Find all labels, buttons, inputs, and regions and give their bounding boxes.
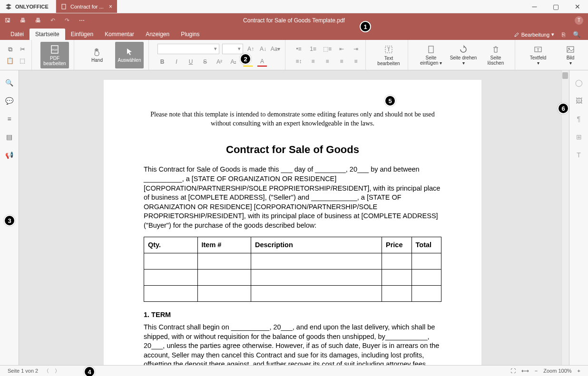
comments-icon[interactable]: 💬 — [5, 96, 14, 106]
search-icon[interactable]: 🔍 — [573, 31, 580, 38]
underline-icon[interactable]: U — [186, 57, 196, 67]
prev-page-button[interactable]: 〈 — [41, 367, 52, 375]
right-sidebar: ◯ 🖼 ¶ ⊞ T — [569, 70, 588, 365]
vertical-scrollbar[interactable] — [561, 70, 569, 365]
th-desc: Description — [251, 237, 382, 253]
select-all-icon[interactable]: ⬚ — [18, 57, 27, 65]
bullets-icon[interactable]: •≡ — [294, 44, 304, 54]
font-name-select[interactable]: ▾ — [157, 44, 219, 54]
copy-icon[interactable]: ⧉ — [6, 45, 14, 54]
align-right-icon[interactable]: ≡ — [337, 57, 346, 66]
hand-tool-button[interactable]: Hand — [83, 42, 111, 68]
document-tab[interactable]: Contract for ... × — [56, 0, 117, 13]
paste-icon[interactable]: 📋 — [6, 57, 14, 65]
page-indicator[interactable]: Seite 1 von 2 — [5, 368, 41, 374]
zoom-out-button[interactable]: − — [532, 368, 540, 374]
ribbon: ⧉ 📋 ✂ ⬚ PDF PDF bearbeiten Hand Auswähle… — [0, 40, 588, 70]
user-avatar[interactable]: T — [575, 16, 583, 25]
edit-mode-dropdown[interactable]: Bearbeitung ▾ — [514, 31, 554, 38]
close-tab-icon[interactable]: × — [109, 3, 112, 10]
italic-icon[interactable]: I — [172, 57, 181, 67]
tab-datei[interactable]: Datei — [5, 29, 29, 40]
maximize-button[interactable]: ▢ — [545, 0, 567, 13]
superscript-icon[interactable]: A² — [215, 57, 224, 67]
table-row — [144, 253, 441, 270]
delete-page-button[interactable]: Seite löschen — [481, 42, 510, 68]
insert-page-label: Seite einfügen ▾ — [417, 55, 445, 66]
rotate-page-button[interactable]: Seite drehen ▾ — [449, 42, 478, 68]
image-settings-icon[interactable]: 🖼 — [574, 96, 584, 106]
save-icon[interactable]: 🖫 — [5, 17, 10, 24]
undo-icon[interactable]: ↶ — [50, 17, 55, 24]
strikethrough-icon[interactable]: S — [200, 57, 210, 67]
quick-print-icon[interactable]: 🖶 — [35, 17, 41, 24]
hand-label: Hand — [91, 58, 103, 63]
select-tool-button[interactable]: Auswählen — [115, 42, 144, 68]
align-center-icon[interactable]: ≡ — [323, 57, 332, 66]
zoom-label[interactable]: Zoom 100% — [540, 368, 574, 374]
scroll-thumb[interactable] — [562, 72, 568, 79]
tab-einfugen[interactable]: Einfügen — [65, 29, 99, 40]
redo-icon[interactable]: ↷ — [65, 17, 69, 24]
open-location-icon[interactable]: ⎘ — [562, 31, 565, 38]
textbox-button[interactable]: T Textfeld▾ — [524, 42, 552, 68]
numbering-icon[interactable]: 1≡ — [308, 44, 318, 54]
document-page[interactable]: Please note that this template is intend… — [104, 80, 481, 365]
callout-2: 2 — [240, 53, 251, 65]
document-icon — [61, 4, 67, 10]
multilevel-icon[interactable]: ⬚≡ — [323, 44, 332, 54]
fit-page-icon[interactable]: ⛶ — [508, 368, 519, 374]
feedback-icon[interactable]: 📢 — [5, 150, 14, 160]
print-icon[interactable]: 🖶 — [20, 17, 26, 24]
cut-icon[interactable]: ✂ — [18, 45, 27, 54]
fit-width-icon[interactable]: ⟷ — [519, 368, 532, 374]
thumbnails-icon[interactable]: ▤ — [5, 132, 14, 142]
shape-settings-icon[interactable]: ◯ — [574, 78, 584, 87]
increase-font-icon[interactable]: A↑ — [246, 44, 255, 54]
decrease-font-icon[interactable]: A↓ — [258, 44, 268, 54]
minimize-button[interactable]: ─ — [524, 0, 545, 13]
paragraph-settings-icon[interactable]: ¶ — [574, 114, 584, 124]
image-button[interactable]: Bild▾ — [556, 42, 585, 68]
svg-rect-0 — [62, 4, 66, 9]
close-button[interactable]: ✕ — [567, 0, 588, 13]
callout-4: 4 — [84, 366, 95, 376]
bold-icon[interactable]: B — [157, 57, 167, 67]
more-icon[interactable]: ⋯ — [79, 17, 85, 24]
select-label: Auswählen — [118, 58, 141, 63]
document-title: Contract for Sale of Goods Template.pdf — [243, 17, 345, 24]
goods-table: Qty. Item # Description Price Total — [144, 237, 441, 302]
zoom-in-button[interactable]: + — [575, 368, 583, 374]
pdf-icon: PDF — [49, 44, 60, 55]
find-icon[interactable]: 🔍 — [5, 78, 14, 87]
next-page-button[interactable]: 〉 — [52, 367, 63, 375]
section-1-body: This Contract shall begin on __________,… — [144, 323, 441, 365]
pencil-icon — [514, 32, 519, 38]
line-spacing-icon[interactable]: ≡↕ — [294, 57, 304, 66]
textbox-icon: T — [533, 45, 543, 54]
decrease-indent-icon[interactable]: ⇤ — [337, 44, 346, 54]
align-left-icon[interactable]: ≡ — [308, 57, 318, 66]
edit-text-label: Text bearbeiten — [374, 56, 403, 66]
callout-3: 3 — [4, 215, 15, 226]
headings-icon[interactable]: ≡ — [5, 114, 14, 124]
change-case-icon[interactable]: Aa▾ — [271, 44, 280, 54]
tab-kommentar[interactable]: Kommentar — [99, 29, 140, 40]
svg-rect-8 — [567, 47, 574, 52]
tab-plugins[interactable]: Plugins — [175, 29, 205, 40]
table-settings-icon[interactable]: ⊞ — [574, 132, 584, 142]
callout-5: 5 — [384, 95, 396, 106]
insert-page-button[interactable]: Seite einfügen ▾ — [417, 42, 445, 68]
increase-indent-icon[interactable]: ⇥ — [351, 44, 361, 54]
trash-icon — [491, 45, 500, 54]
font-size-select[interactable]: ▾ — [222, 44, 243, 54]
textart-settings-icon[interactable]: T — [574, 150, 584, 160]
pdf-edit-button[interactable]: PDF PDF bearbeiten — [40, 42, 69, 68]
tab-anzeigen[interactable]: Anzeigen — [140, 29, 175, 40]
svg-point-9 — [568, 48, 570, 49]
font-color-icon[interactable]: A — [257, 57, 267, 67]
align-justify-icon[interactable]: ≡ — [351, 57, 361, 66]
edit-text-button[interactable]: T Text bearbeiten — [374, 42, 403, 68]
tab-startseite[interactable]: Startseite — [29, 29, 65, 40]
subscript-icon[interactable]: A₂ — [229, 57, 238, 67]
